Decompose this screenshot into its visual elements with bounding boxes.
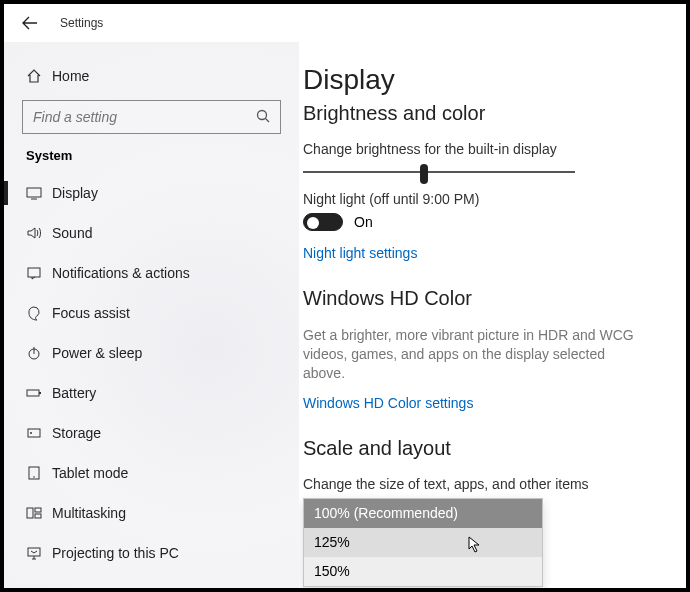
nav-tablet[interactable]: Tablet mode bbox=[4, 453, 299, 493]
page-title: Display bbox=[303, 64, 658, 96]
display-icon bbox=[26, 185, 52, 201]
svg-point-10 bbox=[30, 432, 32, 434]
cursor-icon bbox=[468, 536, 482, 554]
sidebar: Home System Display Sound Notifications … bbox=[4, 42, 299, 588]
back-arrow-icon bbox=[22, 15, 38, 31]
nav-label: Sound bbox=[52, 225, 92, 241]
svg-rect-8 bbox=[39, 392, 41, 394]
toggle-knob bbox=[307, 217, 319, 229]
svg-rect-4 bbox=[28, 268, 40, 277]
nav-label: Focus assist bbox=[52, 305, 130, 321]
power-icon bbox=[26, 345, 52, 361]
slider-thumb[interactable] bbox=[420, 164, 428, 184]
notifications-icon bbox=[26, 265, 52, 281]
svg-point-12 bbox=[33, 476, 35, 478]
nav-notifications[interactable]: Notifications & actions bbox=[4, 253, 299, 293]
home-nav[interactable]: Home bbox=[4, 56, 299, 96]
section-brightness: Brightness and color bbox=[303, 102, 658, 125]
search-wrap bbox=[22, 100, 281, 134]
content-pane: Display Brightness and color Change brig… bbox=[299, 42, 686, 588]
nav-label: Power & sleep bbox=[52, 345, 142, 361]
nav-battery[interactable]: Battery bbox=[4, 373, 299, 413]
back-button[interactable] bbox=[16, 9, 44, 37]
nav-storage[interactable]: Storage bbox=[4, 413, 299, 453]
search-input[interactable] bbox=[22, 100, 281, 134]
section-label: System bbox=[4, 148, 299, 163]
nav-projecting[interactable]: Projecting to this PC bbox=[4, 533, 299, 573]
nav-sound[interactable]: Sound bbox=[4, 213, 299, 253]
svg-rect-7 bbox=[27, 390, 39, 396]
svg-rect-9 bbox=[28, 429, 40, 437]
nav-display[interactable]: Display bbox=[4, 173, 299, 213]
home-icon bbox=[26, 68, 52, 84]
section-scale: Scale and layout bbox=[303, 437, 658, 460]
sound-icon bbox=[26, 225, 52, 241]
nav-label: Battery bbox=[52, 385, 96, 401]
svg-rect-15 bbox=[35, 514, 41, 518]
nav-label: Multitasking bbox=[52, 505, 126, 521]
nav-label: Notifications & actions bbox=[52, 265, 190, 281]
scale-label: Change the size of text, apps, and other… bbox=[303, 476, 658, 492]
battery-icon bbox=[26, 385, 52, 401]
nav-label: Display bbox=[52, 185, 98, 201]
night-light-toggle[interactable] bbox=[303, 213, 343, 231]
focus-icon bbox=[26, 305, 52, 321]
nav-label: Projecting to this PC bbox=[52, 545, 179, 561]
nav-label: Storage bbox=[52, 425, 101, 441]
scale-dropdown[interactable]: 100% (Recommended) 125% 150% bbox=[303, 498, 543, 587]
brightness-label: Change brightness for the built-in displ… bbox=[303, 141, 658, 157]
nav-multitasking[interactable]: Multitasking bbox=[4, 493, 299, 533]
section-hd: Windows HD Color bbox=[303, 287, 658, 310]
storage-icon bbox=[26, 425, 52, 441]
projecting-icon bbox=[26, 545, 52, 561]
night-light-label: Night light (off until 9:00 PM) bbox=[303, 191, 658, 207]
scale-option-150[interactable]: 150% bbox=[304, 557, 542, 586]
window-title: Settings bbox=[60, 16, 103, 30]
svg-point-0 bbox=[258, 111, 267, 120]
tablet-icon bbox=[26, 465, 52, 481]
svg-line-1 bbox=[266, 119, 270, 123]
hd-description: Get a brighter, more vibrant picture in … bbox=[303, 326, 643, 383]
nav-power[interactable]: Power & sleep bbox=[4, 333, 299, 373]
hd-settings-link[interactable]: Windows HD Color settings bbox=[303, 395, 658, 411]
settings-window: Settings Home System Display bbox=[0, 0, 690, 592]
svg-rect-14 bbox=[35, 508, 41, 512]
brightness-slider[interactable] bbox=[303, 171, 575, 173]
svg-rect-13 bbox=[27, 508, 33, 518]
nav-label: Tablet mode bbox=[52, 465, 128, 481]
home-label: Home bbox=[52, 68, 89, 84]
search-icon bbox=[255, 108, 271, 124]
scale-option-125[interactable]: 125% bbox=[304, 528, 542, 557]
toggle-state: On bbox=[354, 214, 373, 230]
svg-rect-16 bbox=[28, 548, 40, 556]
nav-focus[interactable]: Focus assist bbox=[4, 293, 299, 333]
multitasking-icon bbox=[26, 505, 52, 521]
titlebar: Settings bbox=[4, 4, 686, 42]
scale-option-100[interactable]: 100% (Recommended) bbox=[304, 499, 542, 528]
svg-rect-2 bbox=[27, 188, 41, 197]
night-light-settings-link[interactable]: Night light settings bbox=[303, 245, 658, 261]
